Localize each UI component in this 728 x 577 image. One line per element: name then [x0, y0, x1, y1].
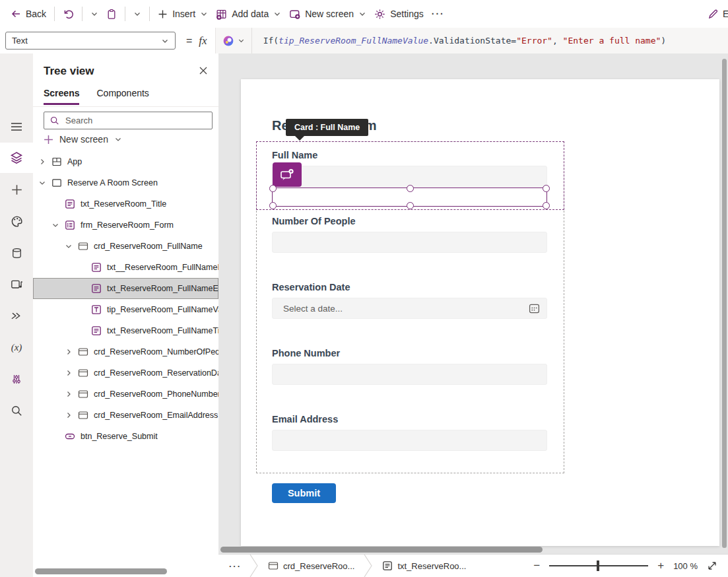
tree-item-label: Reserve A Room Screen	[67, 178, 158, 187]
formula-input[interactable]: If(tip_ReserveRoom_FullNameValue.Validat…	[252, 28, 667, 53]
pencil-icon	[708, 9, 719, 20]
tree-item-label: tip_ReserveRoom_FullNameValue	[107, 305, 218, 314]
zoom-slider-handle[interactable]	[597, 560, 599, 571]
power-automate-icon	[11, 310, 23, 322]
app-artboard[interactable]: Reserve A Room Full Name	[241, 79, 719, 546]
tree-item-card[interactable]: crd_ReserveRoom_EmailAddress	[33, 405, 218, 426]
zoom-out-button[interactable]: −	[533, 559, 540, 572]
new-screen-tree-button[interactable]: New screen	[44, 134, 122, 145]
divider	[54, 7, 55, 21]
chevron-down-icon	[38, 179, 46, 187]
breadcrumb-card[interactable]: crd_ReserveRoo...	[259, 560, 364, 571]
chevron-down-icon	[65, 242, 73, 250]
paste-button[interactable]	[106, 9, 117, 20]
breadcrumb-overflow-button[interactable]: ···	[218, 561, 249, 571]
rail-power-automate-button[interactable]	[0, 300, 33, 331]
resize-handle[interactable]	[269, 202, 277, 209]
tree-item-text-input[interactable]: tip_ReserveRoom_FullNameValue	[33, 299, 218, 320]
tree-item-label: frm_ReserveRoom_Form	[81, 221, 174, 230]
zoom-slider[interactable]	[549, 560, 648, 571]
tab-screens[interactable]: Screens	[44, 88, 79, 105]
tree-item-label-control-selected[interactable]: txt_ReserveRoom_FullNameErrorLabel	[33, 278, 218, 299]
card-icon	[78, 410, 88, 421]
tree-item-app[interactable]: App	[33, 151, 218, 172]
rail-theme-button[interactable]	[0, 206, 33, 236]
zoom-controls: − + 100 %	[533, 559, 728, 572]
fullscreen-icon[interactable]	[707, 560, 717, 571]
resize-handle[interactable]	[543, 185, 550, 192]
rail-advanced-tools-button[interactable]	[0, 364, 33, 394]
selected-error-label-control[interactable]	[272, 187, 547, 207]
chevron-down-icon	[133, 10, 141, 18]
close-panel-button[interactable]	[199, 66, 208, 75]
text-input-icon	[91, 304, 102, 315]
undo-button[interactable]	[63, 9, 74, 20]
add-comment-icon	[279, 167, 296, 183]
new-screen-tree-label: New screen	[59, 134, 108, 145]
number-of-people-input[interactable]	[272, 232, 547, 253]
phone-number-input[interactable]	[272, 364, 547, 385]
canvas-vertical-scrollbar[interactable]	[722, 59, 727, 548]
submit-button[interactable]: Submit	[272, 483, 336, 503]
comment-badge[interactable]	[273, 162, 302, 187]
breadcrumb-card-label: crd_ReserveRoo...	[283, 561, 354, 571]
rail-variables-button[interactable]: (x)	[0, 332, 33, 362]
tree-item-label-control[interactable]: txt__ReserveRoom_FullNameRequired	[33, 257, 218, 278]
tree-item-label-control[interactable]: txt_ReserveRoom_Title	[33, 193, 218, 215]
add-data-button[interactable]: Add data	[216, 9, 281, 20]
copilot-button[interactable]	[216, 28, 252, 53]
resize-handle[interactable]	[543, 202, 550, 209]
paste-menu-chevron[interactable]	[133, 10, 141, 18]
resize-handle[interactable]	[407, 202, 414, 209]
calendar-icon[interactable]	[529, 303, 540, 314]
search-input[interactable]	[64, 115, 212, 126]
insert-button[interactable]: Insert	[158, 9, 208, 19]
email-address-input[interactable]	[272, 430, 547, 451]
edit-mode-button[interactable]: Edit	[708, 9, 728, 20]
tree-search[interactable]	[44, 112, 213, 129]
tree-item-form[interactable]: frm_ReserveRoom_Form	[33, 215, 218, 236]
rail-tree-view-button[interactable]	[0, 143, 33, 173]
full-name-input[interactable]	[272, 166, 547, 187]
tree-horizontal-scrollbar[interactable]	[35, 568, 167, 574]
tree-view-title: Tree view	[44, 65, 94, 78]
card-icon	[78, 347, 88, 357]
tree-item-card[interactable]: crd_ReserveRoom_FullName	[33, 236, 218, 257]
reservation-date-input[interactable]: Select a date...	[272, 298, 547, 319]
formula-field: If(tip_ReserveRoom_FullNameValue.Validat…	[215, 28, 728, 53]
tree-item-label: crd_ReserveRoom_ReservationDate	[94, 368, 218, 378]
canvas-vertical-scrollbar-track[interactable]	[722, 59, 727, 548]
tree-item-card[interactable]: crd_ReserveRoom_PhoneNumber	[33, 384, 218, 405]
menu-button[interactable]	[0, 112, 33, 142]
reservation-date-label: Reservation Date	[272, 282, 350, 292]
tree-item-label-control[interactable]: txt_ReserveRoom_FullNameTitle	[33, 320, 218, 341]
tab-components[interactable]: Components	[96, 88, 149, 105]
breadcrumb-text-control[interactable]: txt_ReserveRoo...	[373, 560, 475, 571]
property-dropdown[interactable]: Text	[5, 32, 176, 50]
tree-item-label: txt_ReserveRoom_FullNameTitle	[107, 326, 218, 335]
tree-tabs: Screens Components	[44, 88, 149, 105]
back-button[interactable]: Back	[11, 9, 46, 19]
resize-handle[interactable]	[407, 185, 414, 192]
undo-menu-chevron[interactable]	[90, 10, 98, 18]
rail-search-button[interactable]	[0, 395, 33, 426]
rail-data-button[interactable]	[0, 238, 33, 268]
rail-settings-button[interactable]	[0, 570, 33, 577]
tree-item-screen[interactable]: Reserve A Room Screen	[33, 172, 218, 193]
rail-media-button[interactable]	[0, 269, 33, 300]
tree-item-card[interactable]: crd_ReserveRoom_NumberOfPeople	[33, 341, 218, 362]
rail-insert-button[interactable]	[0, 174, 33, 205]
new-screen-button[interactable]: New screen	[289, 9, 366, 20]
resize-handle[interactable]	[269, 185, 277, 192]
tree-item-label: App	[67, 157, 82, 166]
copilot-icon	[222, 35, 234, 47]
divider	[33, 106, 218, 107]
tree-item-card[interactable]: crd_ReserveRoom_ReservationDate	[33, 362, 218, 384]
zoom-in-button[interactable]: +	[657, 559, 664, 572]
canvas-horizontal-scrollbar[interactable]	[220, 547, 543, 553]
tree-item-button[interactable]: btn_Reserve_Submit	[33, 426, 218, 447]
formula-token: "Enter a full name"	[563, 36, 661, 46]
toolbar-overflow-button[interactable]: ···	[432, 9, 445, 19]
chevron-down-icon	[238, 37, 245, 44]
settings-button[interactable]: Settings	[374, 9, 424, 20]
